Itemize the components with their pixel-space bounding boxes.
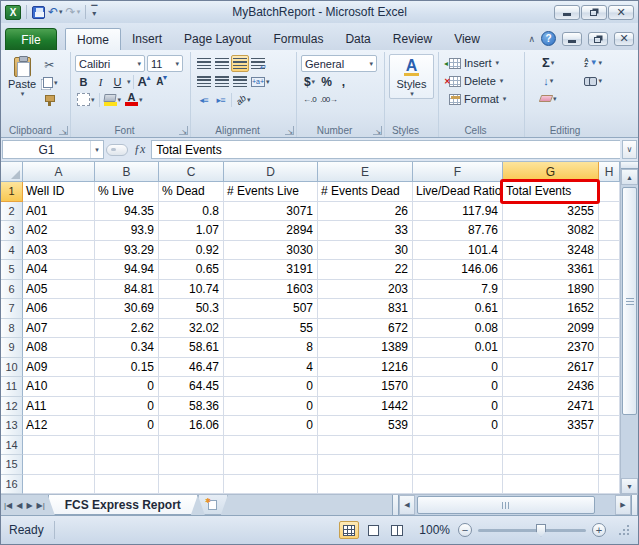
merge-center-button[interactable]: +a+▾ — [249, 73, 272, 90]
tab-home[interactable]: Home — [65, 28, 121, 50]
cell-C7[interactable]: 50.3 — [159, 299, 224, 319]
cell-B1[interactable]: % Live — [95, 182, 159, 202]
cell-C12[interactable]: 58.36 — [159, 397, 224, 417]
fill-button[interactable]: ↓▾ — [529, 72, 567, 89]
row-header-16[interactable]: 16 — [1, 475, 23, 495]
cell-G12[interactable]: 2471 — [503, 397, 599, 417]
align-bottom-button[interactable] — [231, 55, 249, 72]
clear-button[interactable]: ▾ — [529, 90, 567, 107]
collapse-ribbon-icon[interactable]: ∧ — [528, 34, 535, 44]
cell-F10[interactable]: 0 — [413, 358, 503, 378]
borders-button[interactable]: ▾ — [75, 91, 97, 108]
cell-C14[interactable] — [159, 436, 224, 456]
cell-D14[interactable] — [224, 436, 318, 456]
format-cells-button[interactable]: Format▾ — [443, 90, 520, 108]
cell-C8[interactable]: 32.02 — [159, 319, 224, 339]
cell-E12[interactable]: 1442 — [318, 397, 413, 417]
cell-G3[interactable]: 3082 — [503, 221, 599, 241]
comma-button[interactable]: , — [335, 73, 352, 90]
cell-A9[interactable]: A08 — [23, 338, 95, 358]
tab-formulas[interactable]: Formulas — [262, 28, 334, 50]
help-button[interactable]: ? — [541, 31, 556, 46]
redo-button[interactable]: ↷▾ — [66, 5, 81, 19]
cell-G11[interactable]: 2436 — [503, 377, 599, 397]
previous-sheet-button[interactable]: ◀ — [16, 501, 22, 510]
scroll-up-button[interactable]: ▲ — [621, 169, 638, 185]
cell-F1[interactable]: Live/Dead Ratio — [413, 182, 503, 202]
clipboard-dialog-launcher[interactable]: ↘ — [59, 126, 68, 135]
find-select-button[interactable]: ▾ — [573, 72, 613, 89]
autosum-button[interactable]: Σ▾ — [529, 54, 567, 71]
cell-B10[interactable]: 0.15 — [95, 358, 159, 378]
align-top-button[interactable] — [195, 55, 213, 72]
cell-H9[interactable] — [599, 338, 620, 358]
cell-H6[interactable] — [599, 280, 620, 300]
select-all-corner[interactable] — [1, 162, 23, 182]
align-left-button[interactable] — [195, 73, 213, 90]
scroll-down-button[interactable]: ▼ — [621, 478, 638, 494]
zoom-slider-handle[interactable] — [536, 524, 546, 537]
column-header-F[interactable]: F — [413, 162, 503, 182]
cell-B15[interactable] — [95, 455, 159, 475]
cell-E4[interactable]: 30 — [318, 241, 413, 261]
cell-B16[interactable] — [95, 475, 159, 495]
workbook-close-button[interactable]: ✕ — [614, 32, 634, 46]
cell-H16[interactable] — [599, 475, 620, 495]
expand-formula-bar-icon[interactable]: ∨ — [622, 140, 637, 159]
cell-E15[interactable] — [318, 455, 413, 475]
cell-D15[interactable] — [224, 455, 318, 475]
cell-C6[interactable]: 10.74 — [159, 280, 224, 300]
cell-A10[interactable]: A09 — [23, 358, 95, 378]
row-header-6[interactable]: 6 — [1, 280, 23, 300]
column-header-A[interactable]: A — [23, 162, 95, 182]
fill-color-button[interactable]: ▾ — [102, 91, 124, 108]
cell-B6[interactable]: 84.81 — [95, 280, 159, 300]
cell-F5[interactable]: 146.06 — [413, 260, 503, 280]
workbook-minimize-button[interactable] — [562, 32, 582, 46]
horizontal-scroll-track[interactable] — [415, 495, 615, 515]
bold-button[interactable]: B — [75, 73, 92, 90]
excel-app-icon[interactable]: X — [5, 5, 21, 20]
cell-E13[interactable]: 539 — [318, 416, 413, 436]
cell-F6[interactable]: 7.9 — [413, 280, 503, 300]
cell-B5[interactable]: 94.94 — [95, 260, 159, 280]
cell-A15[interactable] — [23, 455, 95, 475]
cell-E9[interactable]: 1389 — [318, 338, 413, 358]
cell-F4[interactable]: 101.4 — [413, 241, 503, 261]
cell-D1[interactable]: # Events Live — [224, 182, 318, 202]
undo-dropdown-icon[interactable]: ▾ — [59, 8, 63, 16]
row-header-13[interactable]: 13 — [1, 416, 23, 436]
percent-button[interactable]: % — [318, 73, 335, 90]
paste-button[interactable]: Paste ▾ — [7, 54, 37, 109]
vertical-scroll-thumb[interactable] — [622, 187, 637, 415]
zoom-in-button[interactable]: + — [592, 523, 606, 537]
increase-indent-button[interactable]: ▸≡ — [212, 91, 229, 108]
cell-C11[interactable]: 64.45 — [159, 377, 224, 397]
cell-C9[interactable]: 58.61 — [159, 338, 224, 358]
row-header-15[interactable]: 15 — [1, 455, 23, 475]
cell-D11[interactable]: 0 — [224, 377, 318, 397]
row-header-2[interactable]: 2 — [1, 202, 23, 222]
cell-H2[interactable] — [599, 202, 620, 222]
cell-E5[interactable]: 22 — [318, 260, 413, 280]
font-color-button[interactable]: A▾ — [123, 91, 145, 108]
row-header-9[interactable]: 9 — [1, 338, 23, 358]
cell-B12[interactable]: 0 — [95, 397, 159, 417]
column-header-E[interactable]: E — [318, 162, 413, 182]
row-header-5[interactable]: 5 — [1, 260, 23, 280]
last-sheet-button[interactable]: ▶| — [37, 501, 45, 510]
italic-button[interactable]: I — [92, 73, 109, 90]
tab-split-handle[interactable] — [392, 495, 399, 515]
cell-H3[interactable] — [599, 221, 620, 241]
cell-G13[interactable]: 3357 — [503, 416, 599, 436]
tab-insert[interactable]: Insert — [121, 28, 173, 50]
decrease-indent-button[interactable]: ◂≡ — [195, 91, 212, 108]
cell-F7[interactable]: 0.61 — [413, 299, 503, 319]
underline-dropdown-icon[interactable]: ▾ — [127, 78, 131, 86]
cell-G2[interactable]: 3255 — [503, 202, 599, 222]
sheet-tab-fcs-express-report[interactable]: FCS Express Report — [48, 495, 198, 515]
zoom-out-button[interactable]: − — [458, 523, 472, 537]
scroll-left-button[interactable]: ◀ — [399, 495, 415, 515]
cell-H8[interactable] — [599, 319, 620, 339]
cell-B9[interactable]: 0.34 — [95, 338, 159, 358]
